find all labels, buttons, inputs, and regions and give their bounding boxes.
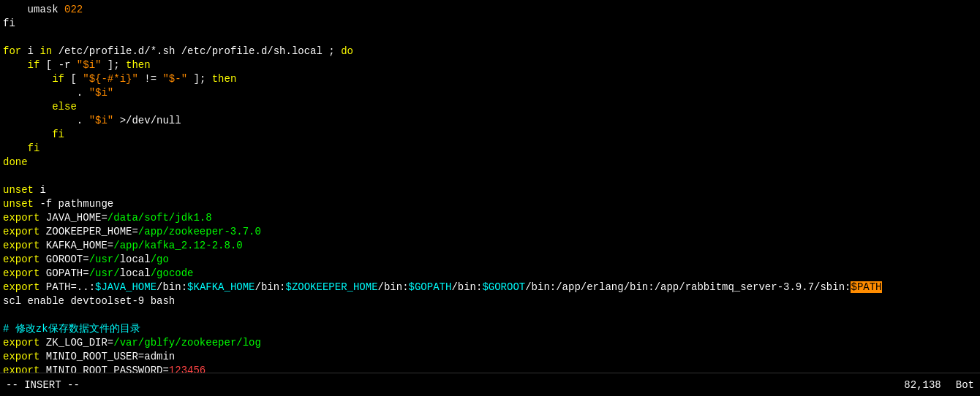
code-line: if [ -r "$i" ]; then (0, 58, 980, 72)
code-line: for i in /etc/profile.d/*.sh /etc/profil… (0, 45, 980, 58)
code-line (0, 170, 980, 183)
code-line: . "$i" >/dev/null (0, 114, 980, 128)
code-line: export ZOOKEEPER_HOME=/app/zookeeper-3.7… (0, 225, 980, 239)
code-line: done (0, 156, 980, 170)
code-editor[interactable]: umask 022fi for i in /etc/profile.d/*.sh… (0, 0, 980, 373)
code-line: # 修改zk保存数据文件的目录 (0, 322, 980, 336)
code-line: scl enable devtoolset-9 bash (0, 294, 980, 308)
code-line: export GOROOT=/usr/local/go (0, 253, 980, 267)
code-line: export JAVA_HOME=/data/soft/jdk1.8 (0, 211, 980, 225)
code-line (0, 31, 980, 45)
code-line (0, 308, 980, 322)
code-line: export GOPATH=/usr/local/gocode (0, 267, 980, 281)
scroll-position: Bot (956, 379, 974, 391)
code-line: else (0, 100, 980, 114)
code-line: export KAFKA_HOME=/app/kafka_2.12-2.8.0 (0, 239, 980, 253)
code-line: export MINIO_ROOT_PASSWORD=123456 (0, 364, 980, 373)
code-line: fi (0, 142, 980, 156)
code-line: fi (0, 17, 980, 31)
code-line: export ZK_LOG_DIR=/var/gblfy/zookeeper/l… (0, 336, 980, 350)
code-line: umask 022 (0, 3, 980, 17)
code-line: if [ "${-#*i}" != "$-" ]; then (0, 72, 980, 86)
code-line: export PATH=..:$JAVA_HOME/bin:$KAFKA_HOM… (0, 281, 980, 294)
code-line: unset i (0, 183, 980, 197)
code-line: unset -f pathmunge (0, 197, 980, 211)
code-line: fi (0, 128, 980, 142)
code-line: export MINIO_ROOT_USER=admin (0, 350, 980, 364)
status-bar: -- INSERT -- 82,138 Bot (0, 373, 980, 396)
code-line: . "$i" (0, 86, 980, 100)
vim-mode: -- INSERT -- (6, 379, 80, 391)
cursor-position: 82,138 (904, 379, 941, 391)
